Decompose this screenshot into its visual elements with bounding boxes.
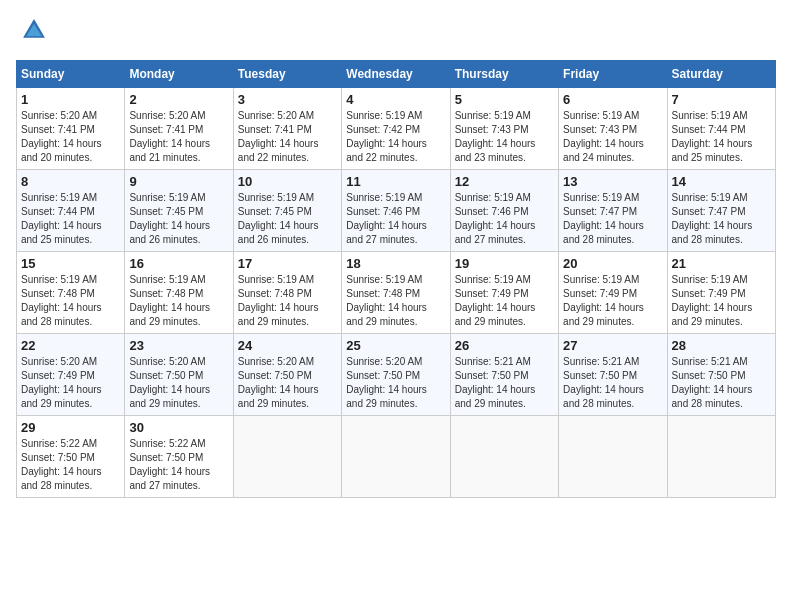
calendar-day-cell: 30Sunrise: 5:22 AMSunset: 7:50 PMDayligh… — [125, 416, 233, 498]
day-info: Sunrise: 5:20 AMSunset: 7:41 PMDaylight:… — [238, 109, 337, 165]
day-info: Sunrise: 5:20 AMSunset: 7:50 PMDaylight:… — [129, 355, 228, 411]
calendar-day-cell: 11Sunrise: 5:19 AMSunset: 7:46 PMDayligh… — [342, 170, 450, 252]
day-info: Sunrise: 5:22 AMSunset: 7:50 PMDaylight:… — [129, 437, 228, 493]
calendar-week-row: 1Sunrise: 5:20 AMSunset: 7:41 PMDaylight… — [17, 88, 776, 170]
day-number: 18 — [346, 256, 445, 271]
calendar-day-cell: 20Sunrise: 5:19 AMSunset: 7:49 PMDayligh… — [559, 252, 667, 334]
calendar-week-row: 29Sunrise: 5:22 AMSunset: 7:50 PMDayligh… — [17, 416, 776, 498]
day-number: 6 — [563, 92, 662, 107]
day-number: 11 — [346, 174, 445, 189]
calendar-day-cell — [450, 416, 558, 498]
day-number: 8 — [21, 174, 120, 189]
day-number: 28 — [672, 338, 771, 353]
day-number: 21 — [672, 256, 771, 271]
day-number: 17 — [238, 256, 337, 271]
day-info: Sunrise: 5:19 AMSunset: 7:47 PMDaylight:… — [563, 191, 662, 247]
calendar-day-cell: 7Sunrise: 5:19 AMSunset: 7:44 PMDaylight… — [667, 88, 775, 170]
calendar-day-cell: 4Sunrise: 5:19 AMSunset: 7:42 PMDaylight… — [342, 88, 450, 170]
day-number: 30 — [129, 420, 228, 435]
day-info: Sunrise: 5:19 AMSunset: 7:49 PMDaylight:… — [563, 273, 662, 329]
calendar-day-cell: 9Sunrise: 5:19 AMSunset: 7:45 PMDaylight… — [125, 170, 233, 252]
day-info: Sunrise: 5:19 AMSunset: 7:48 PMDaylight:… — [346, 273, 445, 329]
day-number: 23 — [129, 338, 228, 353]
calendar-day-cell: 3Sunrise: 5:20 AMSunset: 7:41 PMDaylight… — [233, 88, 341, 170]
day-number: 19 — [455, 256, 554, 271]
day-info: Sunrise: 5:20 AMSunset: 7:50 PMDaylight:… — [238, 355, 337, 411]
day-info: Sunrise: 5:19 AMSunset: 7:47 PMDaylight:… — [672, 191, 771, 247]
calendar-day-cell: 18Sunrise: 5:19 AMSunset: 7:48 PMDayligh… — [342, 252, 450, 334]
day-number: 13 — [563, 174, 662, 189]
day-info: Sunrise: 5:21 AMSunset: 7:50 PMDaylight:… — [455, 355, 554, 411]
calendar-day-cell: 25Sunrise: 5:20 AMSunset: 7:50 PMDayligh… — [342, 334, 450, 416]
calendar-day-cell: 22Sunrise: 5:20 AMSunset: 7:49 PMDayligh… — [17, 334, 125, 416]
day-number: 22 — [21, 338, 120, 353]
day-info: Sunrise: 5:19 AMSunset: 7:48 PMDaylight:… — [21, 273, 120, 329]
day-info: Sunrise: 5:19 AMSunset: 7:43 PMDaylight:… — [455, 109, 554, 165]
calendar-day-cell: 23Sunrise: 5:20 AMSunset: 7:50 PMDayligh… — [125, 334, 233, 416]
day-info: Sunrise: 5:19 AMSunset: 7:49 PMDaylight:… — [672, 273, 771, 329]
calendar-header-row: SundayMondayTuesdayWednesdayThursdayFrid… — [17, 61, 776, 88]
calendar-day-cell — [342, 416, 450, 498]
calendar-day-cell: 15Sunrise: 5:19 AMSunset: 7:48 PMDayligh… — [17, 252, 125, 334]
day-of-week-header: Monday — [125, 61, 233, 88]
day-number: 5 — [455, 92, 554, 107]
day-of-week-header: Friday — [559, 61, 667, 88]
calendar-day-cell: 12Sunrise: 5:19 AMSunset: 7:46 PMDayligh… — [450, 170, 558, 252]
calendar-day-cell: 27Sunrise: 5:21 AMSunset: 7:50 PMDayligh… — [559, 334, 667, 416]
calendar-day-cell: 13Sunrise: 5:19 AMSunset: 7:47 PMDayligh… — [559, 170, 667, 252]
day-number: 16 — [129, 256, 228, 271]
day-number: 10 — [238, 174, 337, 189]
day-info: Sunrise: 5:19 AMSunset: 7:46 PMDaylight:… — [346, 191, 445, 247]
calendar-body: 1Sunrise: 5:20 AMSunset: 7:41 PMDaylight… — [17, 88, 776, 498]
calendar-week-row: 8Sunrise: 5:19 AMSunset: 7:44 PMDaylight… — [17, 170, 776, 252]
calendar-day-cell: 10Sunrise: 5:19 AMSunset: 7:45 PMDayligh… — [233, 170, 341, 252]
day-info: Sunrise: 5:19 AMSunset: 7:46 PMDaylight:… — [455, 191, 554, 247]
day-number: 3 — [238, 92, 337, 107]
calendar-day-cell: 29Sunrise: 5:22 AMSunset: 7:50 PMDayligh… — [17, 416, 125, 498]
day-info: Sunrise: 5:21 AMSunset: 7:50 PMDaylight:… — [672, 355, 771, 411]
day-number: 14 — [672, 174, 771, 189]
calendar-day-cell: 5Sunrise: 5:19 AMSunset: 7:43 PMDaylight… — [450, 88, 558, 170]
calendar-day-cell: 24Sunrise: 5:20 AMSunset: 7:50 PMDayligh… — [233, 334, 341, 416]
calendar-day-cell: 28Sunrise: 5:21 AMSunset: 7:50 PMDayligh… — [667, 334, 775, 416]
calendar-day-cell: 1Sunrise: 5:20 AMSunset: 7:41 PMDaylight… — [17, 88, 125, 170]
logo — [16, 16, 50, 48]
day-info: Sunrise: 5:20 AMSunset: 7:49 PMDaylight:… — [21, 355, 120, 411]
day-of-week-header: Saturday — [667, 61, 775, 88]
day-info: Sunrise: 5:19 AMSunset: 7:45 PMDaylight:… — [238, 191, 337, 247]
day-number: 7 — [672, 92, 771, 107]
day-number: 20 — [563, 256, 662, 271]
calendar-day-cell — [559, 416, 667, 498]
day-number: 1 — [21, 92, 120, 107]
day-of-week-header: Sunday — [17, 61, 125, 88]
day-of-week-header: Thursday — [450, 61, 558, 88]
day-info: Sunrise: 5:19 AMSunset: 7:45 PMDaylight:… — [129, 191, 228, 247]
calendar-day-cell — [667, 416, 775, 498]
day-info: Sunrise: 5:19 AMSunset: 7:48 PMDaylight:… — [129, 273, 228, 329]
calendar-day-cell — [233, 416, 341, 498]
calendar-day-cell: 26Sunrise: 5:21 AMSunset: 7:50 PMDayligh… — [450, 334, 558, 416]
day-info: Sunrise: 5:19 AMSunset: 7:42 PMDaylight:… — [346, 109, 445, 165]
day-number: 15 — [21, 256, 120, 271]
calendar-week-row: 22Sunrise: 5:20 AMSunset: 7:49 PMDayligh… — [17, 334, 776, 416]
calendar-week-row: 15Sunrise: 5:19 AMSunset: 7:48 PMDayligh… — [17, 252, 776, 334]
logo-icon — [20, 16, 48, 44]
calendar-day-cell: 17Sunrise: 5:19 AMSunset: 7:48 PMDayligh… — [233, 252, 341, 334]
day-info: Sunrise: 5:22 AMSunset: 7:50 PMDaylight:… — [21, 437, 120, 493]
day-info: Sunrise: 5:20 AMSunset: 7:41 PMDaylight:… — [21, 109, 120, 165]
day-info: Sunrise: 5:19 AMSunset: 7:44 PMDaylight:… — [21, 191, 120, 247]
day-number: 27 — [563, 338, 662, 353]
day-of-week-header: Wednesday — [342, 61, 450, 88]
day-info: Sunrise: 5:20 AMSunset: 7:41 PMDaylight:… — [129, 109, 228, 165]
day-info: Sunrise: 5:19 AMSunset: 7:48 PMDaylight:… — [238, 273, 337, 329]
day-number: 2 — [129, 92, 228, 107]
day-number: 9 — [129, 174, 228, 189]
calendar-day-cell: 14Sunrise: 5:19 AMSunset: 7:47 PMDayligh… — [667, 170, 775, 252]
calendar-day-cell: 21Sunrise: 5:19 AMSunset: 7:49 PMDayligh… — [667, 252, 775, 334]
calendar-day-cell: 16Sunrise: 5:19 AMSunset: 7:48 PMDayligh… — [125, 252, 233, 334]
day-info: Sunrise: 5:19 AMSunset: 7:44 PMDaylight:… — [672, 109, 771, 165]
day-info: Sunrise: 5:19 AMSunset: 7:43 PMDaylight:… — [563, 109, 662, 165]
calendar-table: SundayMondayTuesdayWednesdayThursdayFrid… — [16, 60, 776, 498]
calendar-day-cell: 19Sunrise: 5:19 AMSunset: 7:49 PMDayligh… — [450, 252, 558, 334]
day-number: 12 — [455, 174, 554, 189]
